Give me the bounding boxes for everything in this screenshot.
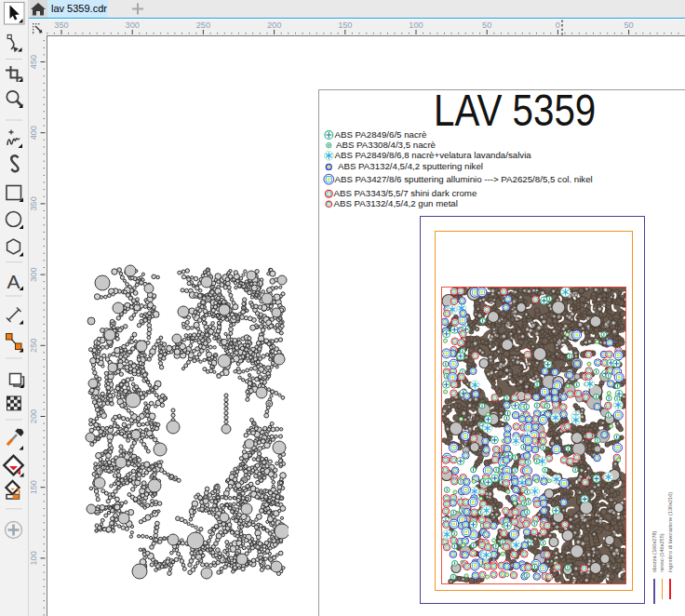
- svg-text:300: 300: [126, 20, 140, 29]
- svg-text:400: 400: [29, 126, 38, 140]
- svg-text:250: 250: [29, 338, 38, 352]
- svg-text:300: 300: [29, 267, 38, 281]
- svg-text:50: 50: [624, 20, 633, 29]
- svg-text:350: 350: [29, 196, 38, 210]
- svg-text:A: A: [7, 271, 20, 292]
- svg-text:350: 350: [54, 20, 68, 29]
- svg-text:250: 250: [196, 20, 210, 29]
- svg-text:200: 200: [29, 408, 38, 422]
- svg-text:100: 100: [409, 20, 423, 29]
- svg-text:0: 0: [556, 20, 560, 29]
- svg-text:150: 150: [29, 480, 38, 494]
- svg-text:100: 100: [29, 551, 38, 565]
- svg-text:200: 200: [267, 20, 281, 29]
- svg-text:50: 50: [482, 20, 491, 29]
- svg-text:150: 150: [338, 20, 352, 29]
- svg-text:450: 450: [29, 54, 38, 68]
